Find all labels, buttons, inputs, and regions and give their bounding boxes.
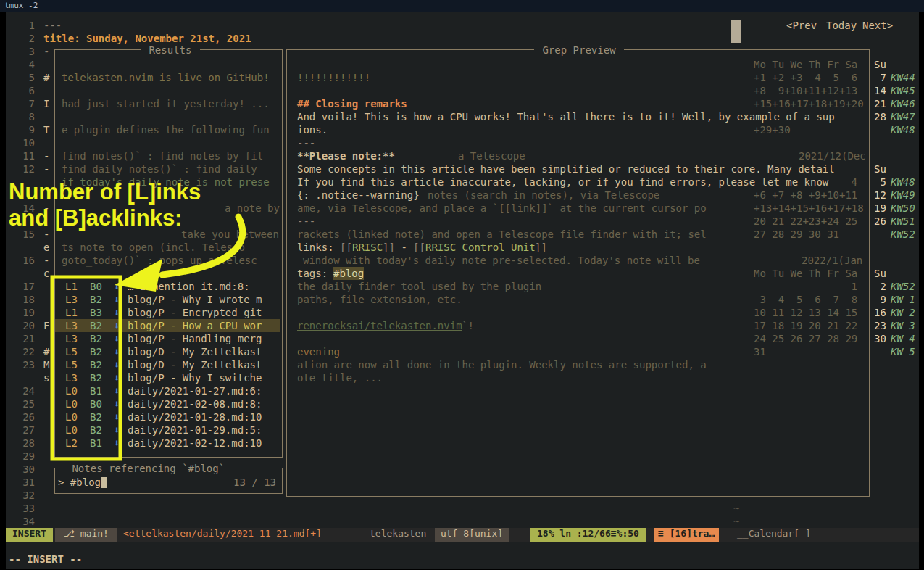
grep-preview-window-title: Grep Preview (534, 44, 624, 57)
calendar-week-number: KW 4 (891, 332, 915, 345)
cursor (101, 477, 107, 488)
result-item[interactable]: L1B3⬇blog/P - Encrypted git (55, 306, 280, 319)
tmux-title: tmux -2 (4, 1, 38, 10)
calendar-nav-prev[interactable]: <Prev (786, 19, 817, 32)
down-arrow-icon: ⬇ (114, 332, 120, 345)
down-arrow-icon: ⬇ (114, 410, 120, 424)
calendar-date[interactable]: 7 (874, 71, 886, 84)
result-text: daily/2021-02-12.md:10 (128, 437, 262, 450)
calendar-date[interactable]: 28 (874, 110, 886, 123)
calendar-date[interactable]: 21 (874, 97, 886, 110)
line-number: 4 (6, 58, 35, 71)
result-text: blog/P - Why I switche (128, 371, 262, 384)
down-arrow-icon: ⬇ (114, 345, 120, 358)
buffer-text: # (43, 345, 49, 358)
calendar-date[interactable]: 26 (874, 215, 886, 228)
buffer-text: M (43, 358, 49, 371)
empty-line-tilde: ~ (733, 515, 739, 528)
backlinks-count: B0 (90, 280, 102, 293)
result-text: daily/2021-02-08.md:8: (128, 397, 262, 410)
calendar-week-number: KW 3 (891, 319, 915, 332)
result-item-selected[interactable]: L3B2⬇blog/P - How a CPU wor (55, 319, 280, 332)
down-arrow-icon: ⬇ (114, 319, 120, 332)
buffer-text: T (43, 123, 49, 136)
calendar-date[interactable]: 30 (874, 332, 886, 345)
calendar-week-number: KW50 (891, 202, 915, 215)
calendar-week-number: KW47 (891, 110, 915, 123)
result-item[interactable]: L2B1⬇daily/2021-02-12.md:10 (55, 437, 280, 450)
result-text: daily/2021-01-29.md:5: (128, 424, 262, 437)
down-arrow-icon: ⬇ (114, 280, 120, 293)
buffer-text: I (43, 97, 49, 110)
calendar-date[interactable]: 14 (874, 84, 886, 97)
result-item[interactable]: L0B2⬇daily/2021-01-29.md:5: (55, 424, 280, 437)
line-number: 17 (6, 280, 35, 293)
tmux-titlebar: tmux -2 (0, 0, 924, 12)
down-arrow-icon: ⬇ (114, 358, 120, 371)
calendar-date[interactable]: Su (874, 162, 886, 175)
calendar-date[interactable]: 5 (874, 175, 886, 189)
buffer-text: --- (43, 19, 62, 32)
line-number: 16 (6, 254, 35, 267)
calendar-date[interactable]: Su (874, 58, 886, 71)
result-item[interactable]: L0B2⬇daily/2021-01-28.md:10 (55, 410, 280, 424)
backlinks-count: B2 (90, 332, 102, 345)
links-count: L3 (65, 319, 78, 332)
calendar-nav-today[interactable]: Today (826, 19, 857, 32)
prompt-window-title: Notes referencing `#blog` (64, 462, 233, 475)
links-count: L1 (65, 280, 78, 293)
line-number: 22 (6, 345, 35, 358)
line-number: 20 (6, 319, 35, 332)
links-count: L0 (65, 410, 78, 424)
result-item[interactable]: L1B0⬇… i mention it.md:8: (55, 280, 280, 293)
line-number: 1 (6, 19, 35, 32)
result-item[interactable]: L3B2⬇blog/P - Why I wrote m (55, 293, 280, 306)
links-count: L0 (65, 397, 78, 410)
backlinks-count: B3 (90, 306, 102, 319)
calendar-date[interactable]: 12 (874, 189, 886, 202)
calendar-date[interactable]: 19 (874, 202, 886, 215)
down-arrow-icon: ⬇ (114, 437, 120, 450)
line-number: 9 (6, 123, 35, 136)
result-item[interactable]: L5B2⬇blog/D - My Zettelkast (55, 358, 280, 371)
line-number: 25 (6, 397, 35, 410)
calendar-nav-next[interactable]: Next> (862, 19, 893, 32)
calendar-date[interactable]: 16 (874, 306, 886, 319)
statusline-filename: <ettelkasten/daily/2021-11-21.md[+] (123, 528, 322, 542)
links-count: L3 (65, 332, 78, 345)
calendar-week-number: KW48 (891, 123, 915, 136)
result-item[interactable]: L3B2⬇blog/P - Why I switche (55, 371, 280, 384)
empty-line-tilde: ~ (733, 502, 739, 515)
down-arrow-icon: ⬇ (114, 306, 120, 319)
backlinks-count: B1 (90, 384, 102, 397)
calendar-date[interactable]: 23 (874, 319, 886, 332)
line-number: 30 (6, 463, 35, 476)
backlinks-count: B2 (90, 293, 102, 306)
line-number: 7 (6, 97, 35, 110)
result-text: blog/D - My Zettelkast (128, 358, 262, 371)
result-item[interactable]: L3B2⬇blog/P - Handling merg (55, 332, 280, 345)
down-arrow-icon: ⬇ (114, 371, 120, 384)
backlinks-count: B2 (90, 345, 102, 358)
line-number: 29 (6, 450, 35, 463)
calendar-date[interactable]: Su (874, 267, 886, 280)
annotation-line2: and [B]acklinks: (9, 205, 182, 231)
line-number: 21 (6, 332, 35, 345)
statusline-plugin-name: telekasten (370, 528, 426, 542)
result-text: blog/P - How a CPU wor (128, 319, 262, 332)
annotation-line1: Number of [L]inks (9, 179, 201, 205)
result-item[interactable]: L5B2⬇blog/D - My Zettelkast (55, 345, 280, 358)
result-item[interactable]: L0B0⬇daily/2021-02-08.md:8: (55, 397, 280, 410)
line-number: 27 (6, 424, 35, 437)
result-item[interactable]: L0B1⬇daily/2021-01-27.md:6: (55, 384, 280, 397)
calendar-date[interactable]: 2 (874, 280, 886, 293)
backlinks-count: B0 (90, 397, 102, 410)
links-count: L0 (65, 424, 78, 437)
line-number: 23 (6, 358, 35, 371)
statusline-calendar: __Calendar[-] (737, 528, 811, 542)
buffer-text: c (43, 267, 49, 280)
scrollbar-thumb[interactable] (731, 20, 741, 43)
calendar-date[interactable]: 9 (874, 293, 886, 306)
line-number: 24 (6, 384, 35, 397)
calendar-week-number: KW 5 (891, 345, 915, 358)
